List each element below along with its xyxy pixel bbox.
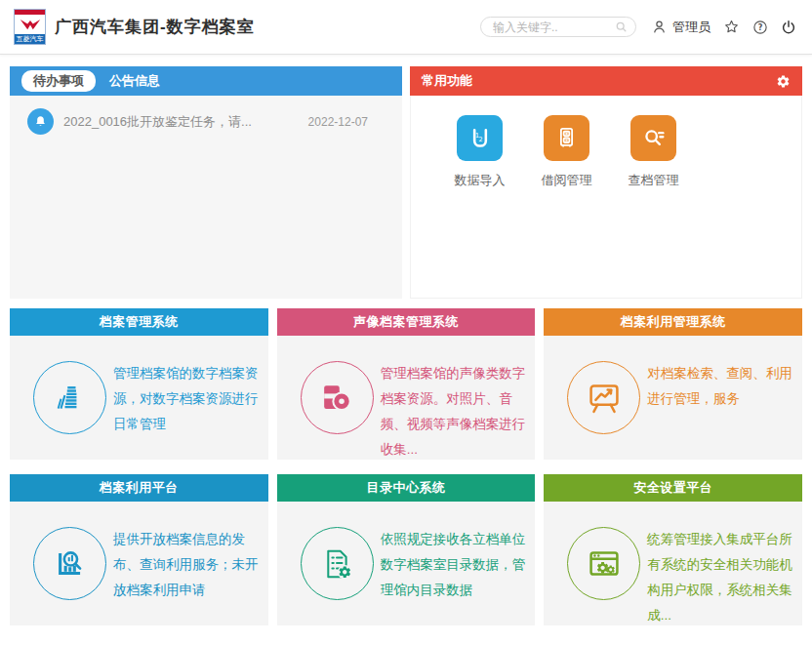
card-title: 安全设置平台 (544, 474, 802, 502)
card-title: 目录中心系统 (277, 474, 536, 502)
quick-functions-body: 1 2 数据导入 (410, 96, 802, 299)
card-archive-utilization-management[interactable]: 档案利用管理系统 对档案检索、查阅、利用进行管理，服务 (544, 308, 802, 460)
tab-todo[interactable]: 待办事项 (21, 70, 96, 92)
todo-panel: 待办事项 公告信息 2022_0016批开放鉴定任务，请... 2022-12-… (10, 66, 402, 299)
card-archive-management[interactable]: 档案管理系统 管理档案馆的数字档案资源，对数字档案资源进行日常管理 (10, 308, 268, 460)
search-input[interactable] (493, 20, 615, 34)
wuling-wings-icon (15, 15, 45, 34)
media-disc-icon (301, 361, 374, 434)
page-title: 广西汽车集团-数字档案室 (55, 16, 255, 38)
card-description: 管理档案馆的声像类数字档案资源。对照片、音频、视频等声像档案进行收集... (381, 361, 532, 463)
card-title: 声像档案管理系统 (277, 308, 536, 336)
catalog-gear-icon (301, 527, 374, 600)
search-box[interactable] (480, 17, 636, 37)
todo-item[interactable]: 2022_0016批开放鉴定任务，请... 2022-12-07 (27, 108, 385, 135)
brand-logo: 五菱汽车 (14, 9, 46, 45)
power-logout-icon[interactable] (781, 20, 796, 35)
card-description: 依照规定接收各立档单位数字档案室目录数据，管理馆内目录数据 (381, 527, 532, 603)
main-content: 待办事项 公告信息 2022_0016批开放鉴定任务，请... 2022-12-… (0, 66, 812, 625)
card-catalog-center[interactable]: 目录中心系统 依照规定接收各立档单位数字档案室目录数据，管理馆内目录数 (277, 474, 536, 625)
quick-panel-header: 常用功能 (410, 66, 802, 96)
todo-panel-header: 待办事项 公告信息 (10, 66, 402, 96)
func-borrow-manage[interactable]: 借阅管理 (544, 115, 589, 298)
card-security-settings-platform[interactable]: 安全设置平台 统筹管理接入集成平台所有系统的安全相关功能机构用户权限，系统 (544, 474, 802, 625)
quick-panel-title: 常用功能 (422, 72, 472, 90)
tab-notice[interactable]: 公告信息 (109, 72, 160, 90)
func-label: 查档管理 (629, 172, 679, 189)
card-title: 档案利用平台 (10, 474, 268, 502)
security-window-icon (567, 527, 640, 600)
logo-caption: 五菱汽车 (15, 34, 45, 44)
gear-icon[interactable] (776, 74, 791, 89)
quick-functions-panel: 常用功能 1 2 数据导入 (410, 66, 802, 299)
todo-item-date: 2022-12-07 (308, 115, 385, 129)
svg-text:2: 2 (478, 136, 482, 143)
svg-text:?: ? (758, 22, 763, 31)
card-description: 统筹管理接入集成平台所有系统的安全相关功能机构用户权限，系统相关集成... (647, 527, 798, 628)
user-icon (651, 19, 668, 35)
search-chart-icon (33, 527, 106, 600)
system-cards-grid: 档案管理系统 管理档案馆的数字档案资源，对数字档案资源进行日常管理 声像档案 (10, 308, 802, 625)
card-description: 提供开放档案信息的发布、查询利用服务；未开放档案利用申请 (113, 527, 264, 603)
search-icon[interactable] (615, 20, 628, 33)
func-label: 借阅管理 (542, 172, 592, 189)
func-archive-search[interactable]: 查档管理 (630, 115, 676, 298)
card-title: 档案利用管理系统 (544, 308, 802, 336)
func-data-import[interactable]: 1 2 数据导入 (457, 115, 503, 298)
data-import-icon: 1 2 (457, 115, 503, 161)
card-av-archive-management[interactable]: 声像档案管理系统 管理档案馆的声像类数字档案资源。对照片、音频、视频等声像档案进… (277, 308, 536, 460)
user-menu[interactable]: 管理员 (651, 19, 710, 36)
user-name: 管理员 (672, 19, 710, 36)
card-description: 管理档案馆的数字档案资源，对数字档案资源进行日常管理 (113, 361, 264, 437)
card-description: 对档案检索、查阅、利用进行管理，服务 (647, 361, 798, 412)
func-label: 数据导入 (455, 172, 506, 189)
favorite-star-icon[interactable] (723, 19, 740, 35)
top-bar: 五菱汽车 广西汽车集团-数字档案室 管理员 ? (0, 0, 812, 55)
building-icon (33, 361, 106, 434)
announcement-bell-icon (27, 108, 54, 135)
todo-list: 2022_0016批开放鉴定任务，请... 2022-12-07 (10, 96, 402, 299)
search-list-icon (630, 115, 676, 161)
help-icon[interactable]: ? (752, 20, 768, 35)
card-archive-utilization-platform[interactable]: 档案利用平台 (10, 474, 268, 625)
cabinet-icon (544, 115, 589, 161)
presentation-chart-icon (567, 361, 640, 434)
card-title: 档案管理系统 (10, 308, 268, 336)
todo-item-text: 2022_0016批开放鉴定任务，请... (63, 113, 252, 131)
